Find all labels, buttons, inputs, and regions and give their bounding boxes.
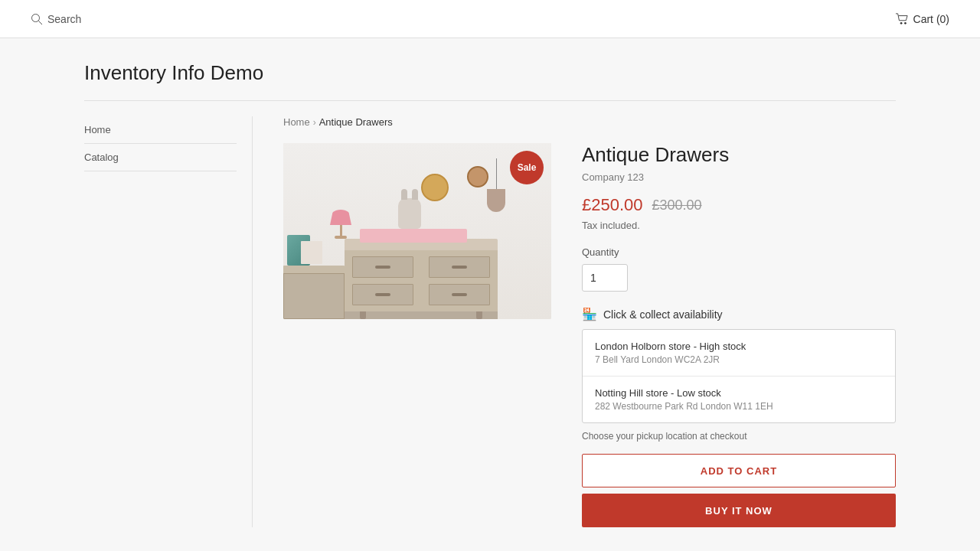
store-row-1: London Holborn store - High stock 7 Bell… [583,330,895,377]
store-1-address: 7 Bell Yard London WC2A 2JR [595,354,883,365]
price-original: £300.00 [652,197,702,214]
quantity-input[interactable] [582,264,628,292]
main-layout: Home Catalog Home › Antique Drawers [84,101,896,527]
sidebar-link-home[interactable]: Home [84,116,237,143]
product-price: £250.00 £300.00 [582,195,896,215]
add-to-cart-button[interactable]: ADD TO CART [582,454,896,487]
store-1-name: London Holborn store - High stock [595,341,883,352]
quantity-label: Quantity [582,246,896,258]
sidebar-item-catalog[interactable]: Catalog [84,144,237,171]
header: Search Cart (0) [0,0,980,38]
collect-header: 🏪 Click & collect availability [582,307,896,321]
bedside-table [283,266,345,319]
lamp [329,210,352,239]
product-layout: Sale Antique Drawers Company 123 £250.00… [283,143,896,527]
svg-point-2 [900,22,902,24]
pink-mat [360,229,467,243]
collect-box: London Holborn store - High stock 7 Bell… [582,329,896,423]
product-title: Antique Drawers [582,143,896,167]
svg-point-3 [904,22,906,24]
sale-badge: Sale [510,151,544,184]
product-info: Antique Drawers Company 123 £250.00 £300… [582,143,896,527]
bedside-items [287,235,310,266]
page-title: Inventory Info Demo [84,38,896,101]
store-icon: 🏪 [582,307,597,321]
breadcrumb-separator: › [313,117,316,128]
sidebar-link-catalog[interactable]: Catalog [84,144,237,171]
hanging-decoration [487,158,505,212]
dresser [345,239,498,319]
sidebar: Home Catalog [84,116,253,527]
content-area: Home › Antique Drawers [253,116,896,527]
cart-icon [895,13,909,25]
product-image-wrap: Sale [283,143,551,319]
store-2-address: 282 Westbourne Park Rd London W11 1EH [595,401,883,412]
bunny-toy [398,198,421,229]
cart-label: Cart (0) [913,13,949,25]
pickup-note: Choose your pickup location at checkout [582,431,896,442]
price-tax-note: Tax included. [582,220,896,231]
store-row-2: Notting Hill store - Low stock 282 Westb… [583,377,895,422]
hanging-string [496,158,497,189]
collect-header-label: Click & collect availability [603,308,723,321]
dresser-items [329,210,352,239]
svg-point-0 [32,14,40,21]
hanging-circle [487,189,505,212]
cart-button[interactable]: Cart (0) [895,13,949,25]
search-placeholder[interactable]: Search [47,13,81,25]
search-area[interactable]: Search [31,13,81,25]
buy-it-now-button[interactable]: BUY IT NOW [582,494,896,527]
svg-line-1 [39,21,43,24]
store-2-name: Notting Hill store - Low stock [595,387,883,399]
price-current: £250.00 [582,195,643,215]
page-container: Inventory Info Demo Home Catalog Home › … [54,38,926,527]
breadcrumb-current: Antique Drawers [319,116,393,128]
wall-decoration-1 [421,174,449,201]
sidebar-nav: Home Catalog [84,116,237,171]
search-icon [31,13,43,25]
product-vendor: Company 123 [582,171,896,183]
wall-decoration-2 [467,166,488,187]
breadcrumb-home[interactable]: Home [283,116,310,128]
sidebar-item-home[interactable]: Home [84,116,237,144]
breadcrumb: Home › Antique Drawers [283,116,896,128]
